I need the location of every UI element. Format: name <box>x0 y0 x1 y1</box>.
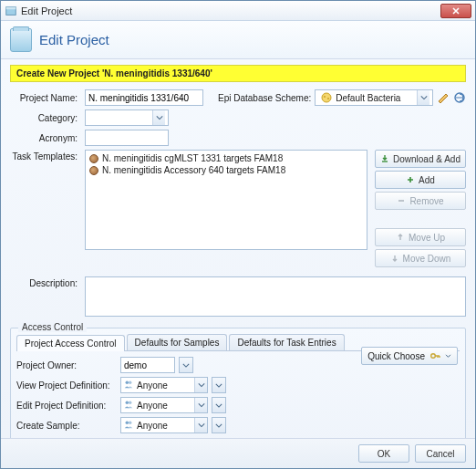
tab-project-access[interactable]: Project Access Control <box>16 335 125 351</box>
key-icon <box>429 349 441 362</box>
people-icon <box>123 419 134 432</box>
arrow-up-icon <box>396 233 405 242</box>
download-add-button[interactable]: Download & Add <box>375 150 466 168</box>
label-owner: Project Owner: <box>16 360 117 370</box>
label-create-sample: Create Sample: <box>16 421 117 431</box>
svg-point-12 <box>129 422 131 424</box>
edit-def-extra[interactable] <box>212 397 226 413</box>
template-buttons: Download & Add Add Remove Move Up <box>375 150 466 267</box>
close-button[interactable] <box>440 4 471 18</box>
banner-text: Create New Project 'N. meningitidis 1331… <box>16 68 212 78</box>
tab-defaults-samples[interactable]: Defaults for Samples <box>127 334 228 350</box>
label-view-def: View Project Definition: <box>16 380 117 391</box>
scheme-icon <box>320 91 333 104</box>
acronym-input[interactable] <box>85 130 169 146</box>
svg-point-3 <box>324 96 326 98</box>
template-icon <box>89 154 98 163</box>
row-acronym: Acronym: <box>10 130 466 146</box>
row-edit-def: Edit Project Definition: Anyone <box>16 397 460 413</box>
svg-point-11 <box>126 422 129 424</box>
titlebar: Edit Project <box>1 1 475 21</box>
view-def-extra[interactable] <box>212 377 226 393</box>
svg-point-4 <box>327 98 329 99</box>
label-epi-scheme: Epi Database Scheme: <box>218 93 311 103</box>
edit-def-value: Anyone <box>137 401 168 411</box>
label-edit-def: Edit Project Definition: <box>16 401 117 411</box>
owner-dropdown[interactable] <box>179 357 193 373</box>
svg-point-6 <box>431 354 436 359</box>
chevron-down-icon <box>445 354 451 359</box>
dialog-content: Create New Project 'N. meningitidis 1331… <box>1 59 475 438</box>
row-description: Description: <box>10 276 466 317</box>
chevron-down-icon <box>194 398 207 412</box>
owner-field <box>120 357 175 373</box>
row-task-templates: Task Templates: N. meningitidis cgMLST 1… <box>10 150 466 273</box>
move-down-button[interactable]: Move Down <box>375 249 466 267</box>
task-templates-list[interactable]: N. meningitidis cgMLST 1331 targets FAM1… <box>85 150 367 250</box>
epi-scheme-value: Default Bacteria <box>336 93 400 103</box>
category-combo[interactable] <box>85 109 169 126</box>
create-sample-select[interactable]: Anyone <box>120 417 208 433</box>
cancel-button[interactable]: Cancel <box>415 444 466 463</box>
row-create-sample: Create Sample: Anyone <box>16 417 460 433</box>
svg-point-8 <box>129 381 131 384</box>
row-view-def: View Project Definition: Anyone <box>16 377 460 393</box>
list-item[interactable]: N. meningitidis cgMLST 1331 targets FAM1… <box>88 152 365 164</box>
template-icon <box>89 166 98 175</box>
remove-button[interactable]: Remove <box>375 192 466 210</box>
epi-scheme-select[interactable]: Default Bacteria <box>315 89 433 106</box>
project-icon <box>10 28 32 52</box>
minus-icon <box>397 196 406 205</box>
window-title: Edit Project <box>21 5 440 16</box>
label-acronym: Acronym: <box>10 133 81 143</box>
add-button[interactable]: Add <box>375 171 466 189</box>
svg-point-2 <box>322 93 331 102</box>
plus-icon <box>406 175 415 184</box>
chevron-down-icon <box>194 418 207 433</box>
description-textarea[interactable] <box>85 276 466 317</box>
edit-project-dialog: Edit Project Edit Project Create New Pro… <box>0 0 476 469</box>
project-name-input[interactable] <box>85 89 203 106</box>
row-project-scheme: Project Name: Epi Database Scheme: Defau… <box>10 89 466 106</box>
dialog-title: Edit Project <box>39 32 109 47</box>
template-label: N. meningitidis cgMLST 1331 targets FAM1… <box>102 153 283 163</box>
browse-scheme-icon[interactable] <box>453 91 466 104</box>
access-control-legend: Access Control <box>18 322 87 332</box>
label-task-templates: Task Templates: <box>10 150 81 162</box>
access-control-fieldset: Access Control Project Access Control De… <box>10 328 466 438</box>
edit-def-select[interactable]: Anyone <box>120 397 208 413</box>
people-icon <box>123 379 134 391</box>
view-def-value: Anyone <box>137 380 168 391</box>
ok-button[interactable]: OK <box>358 444 409 463</box>
move-up-button[interactable]: Move Up <box>375 228 466 246</box>
label-category: Category: <box>10 113 81 123</box>
quick-choose-button[interactable]: Quick Choose <box>361 347 458 365</box>
create-banner: Create New Project 'N. meningitidis 1331… <box>10 65 466 82</box>
row-category: Category: <box>10 109 466 126</box>
edit-scheme-icon[interactable] <box>437 91 450 104</box>
svg-point-9 <box>126 401 129 404</box>
tab-defaults-tasks[interactable]: Defaults for Task Entries <box>229 334 344 350</box>
arrow-down-icon <box>390 254 399 263</box>
label-project-name: Project Name: <box>10 93 81 103</box>
list-item[interactable]: N. meningitidis Accessory 640 targets FA… <box>88 164 365 176</box>
svg-point-10 <box>129 401 131 404</box>
people-icon <box>123 399 134 412</box>
svg-point-7 <box>126 381 129 384</box>
create-sample-extra[interactable] <box>212 417 226 433</box>
app-icon <box>5 5 17 17</box>
label-description: Description: <box>10 276 81 288</box>
chevron-down-icon <box>417 90 429 105</box>
template-label: N. meningitidis Accessory 640 targets FA… <box>102 165 285 175</box>
create-sample-value: Anyone <box>137 421 168 431</box>
svg-rect-1 <box>6 6 16 9</box>
chevron-down-icon <box>152 110 165 125</box>
view-def-select[interactable]: Anyone <box>120 377 208 393</box>
download-icon <box>380 154 389 163</box>
dialog-footer: OK Cancel <box>1 438 475 468</box>
dialog-header: Edit Project <box>1 21 475 59</box>
chevron-down-icon <box>194 378 207 392</box>
